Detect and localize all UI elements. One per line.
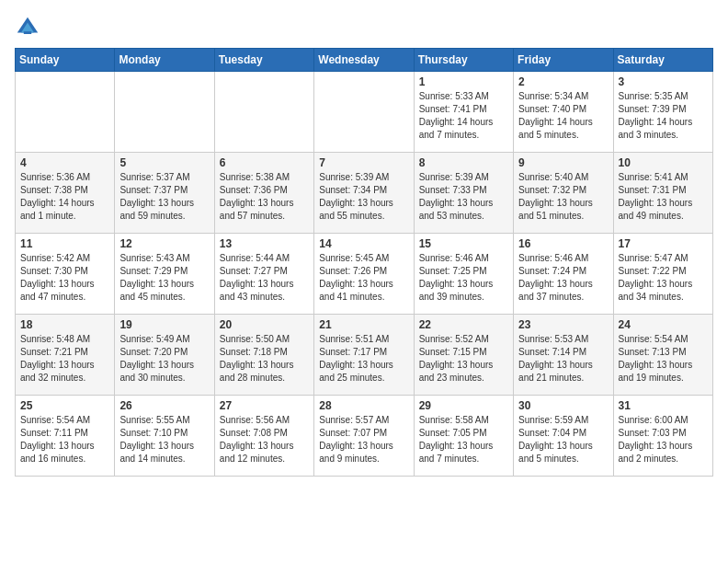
day-info: Sunrise: 5:49 AM Sunset: 7:20 PM Dayligh… [119, 333, 209, 385]
day-number: 25 [20, 399, 109, 412]
day-number: 18 [20, 318, 109, 331]
weekday-header-row: SundayMondayTuesdayWednesdayThursdayFrid… [16, 49, 713, 72]
day-number: 15 [419, 237, 508, 250]
day-cell: 21Sunrise: 5:51 AM Sunset: 7:17 PM Dayli… [314, 315, 414, 396]
day-cell [16, 72, 115, 153]
day-cell: 1Sunrise: 5:33 AM Sunset: 7:41 PM Daylig… [414, 72, 513, 153]
day-number: 11 [20, 237, 109, 250]
day-number: 29 [419, 399, 508, 412]
day-info: Sunrise: 5:47 AM Sunset: 7:22 PM Dayligh… [619, 252, 708, 304]
day-cell: 9Sunrise: 5:40 AM Sunset: 7:32 PM Daylig… [514, 153, 613, 234]
day-cell: 30Sunrise: 5:59 AM Sunset: 7:04 PM Dayli… [514, 396, 613, 477]
day-cell: 12Sunrise: 5:43 AM Sunset: 7:29 PM Dayli… [115, 234, 214, 315]
day-number: 1 [419, 75, 508, 88]
day-number: 5 [119, 156, 209, 169]
day-number: 21 [319, 318, 408, 331]
weekday-header-monday: Monday [115, 49, 214, 72]
logo-icon [15, 15, 40, 40]
day-cell [214, 72, 313, 153]
day-info: Sunrise: 5:54 AM Sunset: 7:11 PM Dayligh… [20, 414, 109, 465]
day-info: Sunrise: 5:46 AM Sunset: 7:24 PM Dayligh… [518, 252, 608, 304]
day-cell: 11Sunrise: 5:42 AM Sunset: 7:30 PM Dayli… [16, 234, 115, 315]
day-info: Sunrise: 5:42 AM Sunset: 7:30 PM Dayligh… [20, 252, 109, 304]
day-number: 17 [619, 237, 708, 250]
logo [15, 15, 44, 40]
day-number: 9 [518, 156, 608, 169]
day-number: 31 [619, 399, 708, 412]
day-info: Sunrise: 5:51 AM Sunset: 7:17 PM Dayligh… [319, 333, 408, 385]
day-number: 4 [20, 156, 109, 169]
day-info: Sunrise: 5:55 AM Sunset: 7:10 PM Dayligh… [119, 414, 209, 465]
day-info: Sunrise: 5:57 AM Sunset: 7:07 PM Dayligh… [319, 414, 408, 465]
day-number: 19 [119, 318, 209, 331]
day-cell [314, 72, 414, 153]
weekday-header-saturday: Saturday [613, 49, 712, 72]
day-number: 14 [319, 237, 408, 250]
day-number: 3 [619, 75, 708, 88]
day-info: Sunrise: 5:43 AM Sunset: 7:29 PM Dayligh… [119, 252, 209, 304]
day-info: Sunrise: 5:36 AM Sunset: 7:38 PM Dayligh… [20, 171, 109, 223]
day-number: 2 [518, 75, 608, 88]
weekday-header-thursday: Thursday [414, 49, 513, 72]
week-row-5: 25Sunrise: 5:54 AM Sunset: 7:11 PM Dayli… [16, 396, 713, 477]
day-number: 10 [619, 156, 708, 169]
day-info: Sunrise: 5:41 AM Sunset: 7:31 PM Dayligh… [619, 171, 708, 223]
day-cell: 23Sunrise: 5:53 AM Sunset: 7:14 PM Dayli… [514, 315, 613, 396]
day-cell: 16Sunrise: 5:46 AM Sunset: 7:24 PM Dayli… [514, 234, 613, 315]
weekday-header-sunday: Sunday [16, 49, 115, 72]
day-info: Sunrise: 5:45 AM Sunset: 7:26 PM Dayligh… [319, 252, 408, 304]
day-cell: 10Sunrise: 5:41 AM Sunset: 7:31 PM Dayli… [613, 153, 712, 234]
day-cell: 3Sunrise: 5:35 AM Sunset: 7:39 PM Daylig… [613, 72, 712, 153]
day-number: 23 [518, 318, 608, 331]
day-cell: 31Sunrise: 6:00 AM Sunset: 7:03 PM Dayli… [613, 396, 712, 477]
day-cell: 4Sunrise: 5:36 AM Sunset: 7:38 PM Daylig… [16, 153, 115, 234]
day-info: Sunrise: 5:44 AM Sunset: 7:27 PM Dayligh… [220, 252, 309, 304]
day-number: 8 [419, 156, 508, 169]
day-info: Sunrise: 6:00 AM Sunset: 7:03 PM Dayligh… [619, 414, 708, 465]
weekday-header-tuesday: Tuesday [214, 49, 313, 72]
day-info: Sunrise: 5:34 AM Sunset: 7:40 PM Dayligh… [518, 90, 608, 142]
day-info: Sunrise: 5:37 AM Sunset: 7:37 PM Dayligh… [119, 171, 209, 223]
weekday-header-friday: Friday [514, 49, 613, 72]
page-header [15, 15, 713, 40]
day-cell: 7Sunrise: 5:39 AM Sunset: 7:34 PM Daylig… [314, 153, 414, 234]
day-cell: 28Sunrise: 5:57 AM Sunset: 7:07 PM Dayli… [314, 396, 414, 477]
day-info: Sunrise: 5:56 AM Sunset: 7:08 PM Dayligh… [220, 414, 309, 465]
day-info: Sunrise: 5:46 AM Sunset: 7:25 PM Dayligh… [419, 252, 508, 304]
day-cell: 2Sunrise: 5:34 AM Sunset: 7:40 PM Daylig… [514, 72, 613, 153]
day-cell: 14Sunrise: 5:45 AM Sunset: 7:26 PM Dayli… [314, 234, 414, 315]
day-info: Sunrise: 5:54 AM Sunset: 7:13 PM Dayligh… [619, 333, 708, 385]
weekday-header-wednesday: Wednesday [314, 49, 414, 72]
day-number: 28 [319, 399, 408, 412]
day-cell: 25Sunrise: 5:54 AM Sunset: 7:11 PM Dayli… [16, 396, 115, 477]
day-number: 6 [220, 156, 309, 169]
day-info: Sunrise: 5:39 AM Sunset: 7:33 PM Dayligh… [419, 171, 508, 223]
day-number: 30 [518, 399, 608, 412]
day-cell: 20Sunrise: 5:50 AM Sunset: 7:18 PM Dayli… [214, 315, 313, 396]
day-cell: 8Sunrise: 5:39 AM Sunset: 7:33 PM Daylig… [414, 153, 513, 234]
day-info: Sunrise: 5:59 AM Sunset: 7:04 PM Dayligh… [518, 414, 608, 465]
day-number: 16 [518, 237, 608, 250]
day-number: 12 [119, 237, 209, 250]
day-info: Sunrise: 5:58 AM Sunset: 7:05 PM Dayligh… [419, 414, 508, 465]
day-cell: 5Sunrise: 5:37 AM Sunset: 7:37 PM Daylig… [115, 153, 214, 234]
day-number: 27 [220, 399, 309, 412]
day-cell: 27Sunrise: 5:56 AM Sunset: 7:08 PM Dayli… [214, 396, 313, 477]
day-number: 22 [419, 318, 508, 331]
day-info: Sunrise: 5:52 AM Sunset: 7:15 PM Dayligh… [419, 333, 508, 385]
day-cell: 29Sunrise: 5:58 AM Sunset: 7:05 PM Dayli… [414, 396, 513, 477]
day-number: 20 [220, 318, 309, 331]
day-number: 7 [319, 156, 408, 169]
day-number: 24 [619, 318, 708, 331]
day-number: 13 [220, 237, 309, 250]
day-cell: 6Sunrise: 5:38 AM Sunset: 7:36 PM Daylig… [214, 153, 313, 234]
day-cell: 13Sunrise: 5:44 AM Sunset: 7:27 PM Dayli… [214, 234, 313, 315]
calendar-table: SundayMondayTuesdayWednesdayThursdayFrid… [15, 48, 713, 477]
day-cell: 18Sunrise: 5:48 AM Sunset: 7:21 PM Dayli… [16, 315, 115, 396]
day-cell [115, 72, 214, 153]
day-info: Sunrise: 5:50 AM Sunset: 7:18 PM Dayligh… [220, 333, 309, 385]
week-row-2: 4Sunrise: 5:36 AM Sunset: 7:38 PM Daylig… [16, 153, 713, 234]
svg-rect-2 [24, 31, 31, 34]
day-cell: 19Sunrise: 5:49 AM Sunset: 7:20 PM Dayli… [115, 315, 214, 396]
day-info: Sunrise: 5:53 AM Sunset: 7:14 PM Dayligh… [518, 333, 608, 385]
